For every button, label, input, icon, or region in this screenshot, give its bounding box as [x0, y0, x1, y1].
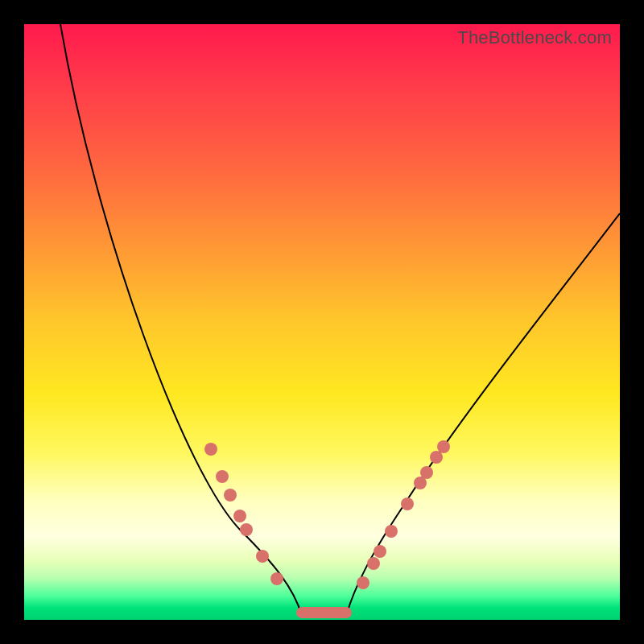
data-marker [430, 451, 443, 464]
right-curve [346, 213, 620, 616]
data-marker [357, 576, 369, 589]
data-marker [256, 550, 269, 563]
curves-layer [24, 24, 620, 620]
data-marker [420, 466, 433, 479]
data-marker [216, 470, 229, 483]
plot-area: TheBottleneck.com [24, 24, 620, 620]
chart-frame: TheBottleneck.com [0, 0, 644, 644]
data-marker [437, 440, 450, 453]
data-marker [270, 572, 283, 585]
data-marker [240, 523, 253, 536]
left-curve [60, 24, 302, 616]
data-marker [224, 489, 237, 502]
data-marker [401, 497, 414, 510]
data-marker [385, 525, 398, 538]
markers-right [357, 440, 450, 589]
data-marker [204, 443, 217, 456]
data-marker [233, 510, 246, 522]
data-marker [367, 557, 380, 570]
data-marker [374, 545, 386, 558]
